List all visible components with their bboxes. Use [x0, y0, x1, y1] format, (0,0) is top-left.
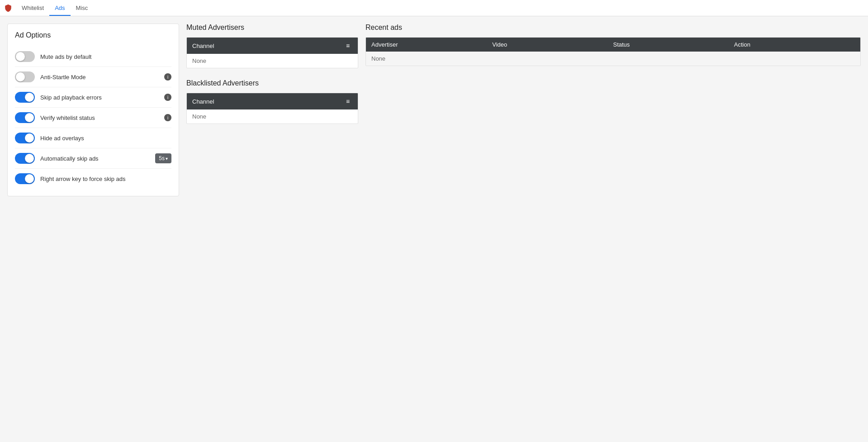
muted-menu-icon[interactable]: ≡ — [343, 41, 352, 50]
info-icon-anti-startle[interactable]: i — [164, 73, 171, 81]
muted-advertisers-body: None — [187, 54, 358, 68]
toggle-mute-ads[interactable] — [15, 51, 35, 62]
toggle-right-arrow-skip[interactable] — [15, 173, 35, 184]
muted-advertisers-header: Channel ≡ — [187, 38, 358, 54]
label-hide-ad-overlays: Hide ad overlays — [40, 135, 171, 142]
middle-panel: Muted Advertisers Channel ≡ None Blackli… — [186, 24, 358, 196]
blacklisted-channel-col-label: Channel — [192, 98, 343, 105]
blacklisted-advertisers-body: None — [187, 109, 358, 124]
col-action: Action — [734, 41, 855, 48]
muted-advertisers-title: Muted Advertisers — [186, 24, 358, 32]
option-verify-whitelist: Verify whitelist status i — [15, 108, 171, 128]
label-right-arrow-skip: Right arrow key to force skip ads — [40, 176, 171, 182]
recent-ads-header: Advertiser Video Status Action — [366, 38, 860, 52]
label-mute-ads: Mute ads by default — [40, 53, 171, 60]
option-skip-playback-errors: Skip ad playback errors i — [15, 87, 171, 108]
col-status: Status — [613, 41, 734, 48]
ad-options-panel: Ad Options Mute ads by default Anti-Star… — [7, 24, 179, 196]
toggle-verify-whitelist[interactable] — [15, 112, 35, 123]
recent-ads-title: Recent ads — [365, 24, 861, 32]
option-anti-startle: Anti-Startle Mode i — [15, 67, 171, 87]
tab-whitelist[interactable]: Whitelist — [16, 1, 49, 16]
tab-ads[interactable]: Ads — [49, 1, 70, 16]
blacklisted-advertisers-section: Blacklisted Advertisers Channel ≡ None — [186, 79, 358, 124]
blacklisted-advertisers-title: Blacklisted Advertisers — [186, 79, 358, 87]
blacklisted-menu-icon[interactable]: ≡ — [343, 97, 352, 106]
option-right-arrow-skip: Right arrow key to force skip ads — [15, 169, 171, 189]
info-icon-verify-whitelist[interactable]: i — [164, 114, 171, 121]
blacklisted-advertisers-table: Channel ≡ None — [186, 93, 358, 124]
recent-ads-body: None — [366, 52, 860, 66]
col-advertiser: Advertiser — [371, 41, 492, 48]
muted-advertisers-table: Channel ≡ None — [186, 37, 358, 68]
label-auto-skip-ads: Automatically skip ads — [40, 155, 155, 162]
recent-ads-table: Advertiser Video Status Action None — [365, 37, 861, 66]
label-verify-whitelist: Verify whitelist status — [40, 114, 161, 121]
label-anti-startle: Anti-Startle Mode — [40, 74, 161, 81]
col-video: Video — [492, 41, 613, 48]
toggle-auto-skip-ads[interactable] — [15, 153, 35, 164]
info-icon-skip-playback-errors[interactable]: i — [164, 94, 171, 101]
recent-ads-panel: Recent ads Advertiser Video Status Actio… — [365, 24, 861, 196]
toggle-anti-startle[interactable] — [15, 71, 35, 82]
blacklisted-advertisers-header: Channel ≡ — [187, 93, 358, 109]
label-skip-playback-errors: Skip ad playback errors — [40, 94, 161, 101]
muted-advertisers-section: Muted Advertisers Channel ≡ None — [186, 24, 358, 68]
shield-icon — [4, 4, 13, 13]
option-auto-skip-ads: Automatically skip ads 5s — [15, 148, 171, 169]
skip-time-button[interactable]: 5s — [155, 153, 171, 163]
toggle-hide-ad-overlays[interactable] — [15, 133, 35, 143]
muted-channel-col-label: Channel — [192, 43, 343, 49]
tab-misc[interactable]: Misc — [71, 1, 94, 16]
ad-options-title: Ad Options — [15, 31, 171, 39]
option-hide-ad-overlays: Hide ad overlays — [15, 128, 171, 148]
toggle-skip-playback-errors[interactable] — [15, 92, 35, 103]
option-mute-ads: Mute ads by default — [15, 47, 171, 67]
top-bar: Whitelist Ads Misc — [0, 0, 868, 16]
